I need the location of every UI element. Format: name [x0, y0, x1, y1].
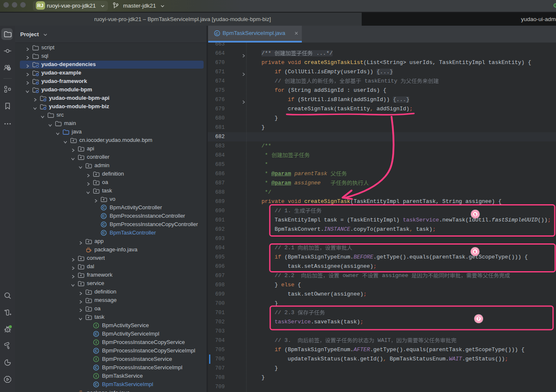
svg-text:I: I [96, 357, 97, 361]
svg-text:C: C [95, 331, 98, 336]
svg-text:C: C [102, 205, 105, 210]
svg-text:C: C [102, 213, 105, 218]
svg-text:C: C [95, 382, 98, 387]
svg-text:C: C [102, 230, 105, 235]
svg-text:I: I [96, 340, 97, 344]
svg-text:C: C [95, 365, 98, 370]
svg-text:?: ? [8, 67, 10, 70]
svg-text:I: I [96, 323, 97, 328]
svg-text:C: C [95, 348, 98, 353]
svg-text:C: C [216, 31, 219, 36]
svg-text:C: C [102, 222, 105, 227]
svg-text:I: I [96, 373, 97, 378]
